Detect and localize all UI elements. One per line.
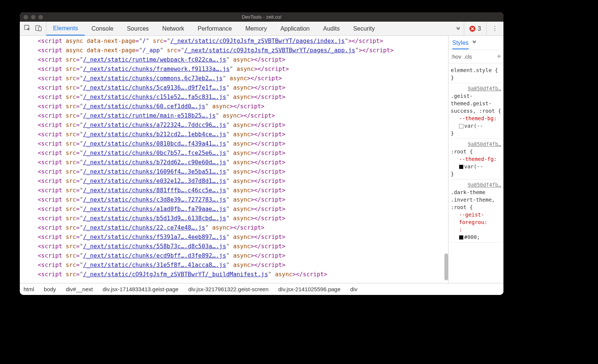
dom-node[interactable]: <script src="/_next/static/chunks/31e5f8… bbox=[20, 261, 448, 270]
new-style-rule-icon[interactable]: + bbox=[497, 52, 501, 61]
dom-node[interactable]: <script src="/_next/static/chunks/b212cd… bbox=[20, 130, 448, 139]
rule-source-link[interactable]: 9a850df4fb… bbox=[451, 140, 501, 148]
class-toggle[interactable]: .cls bbox=[463, 53, 472, 60]
styles-rules[interactable]: element.style {}9a850df4fb….geist-themed… bbox=[449, 63, 503, 283]
dom-node[interactable]: <script src="/_next/static/chunks/a72232… bbox=[20, 121, 448, 130]
dom-node[interactable]: <script src="/_next/static/chunks/881fff… bbox=[20, 186, 448, 195]
style-rule[interactable]: 9a850df4fb….geist-themed.geist-success, … bbox=[451, 83, 501, 139]
tab-security[interactable]: Security bbox=[346, 22, 382, 35]
tab-performance[interactable]: Performance bbox=[191, 22, 239, 35]
dom-node[interactable]: <script src="/_next/static/chunks/5ca913… bbox=[20, 83, 448, 93]
elements-tree[interactable]: <script async data-next-page="/" src="/_… bbox=[20, 36, 448, 283]
panel-body: <script async data-next-page="/" src="/_… bbox=[20, 36, 503, 283]
rule-source-link[interactable]: 9a850df4fb… bbox=[451, 181, 501, 189]
dom-node[interactable]: <script src="/_next/static/chunks/16096f… bbox=[20, 167, 448, 177]
scrollbar-thumb[interactable] bbox=[444, 253, 448, 280]
breadcrumb-item[interactable]: body bbox=[44, 286, 56, 292]
style-rule[interactable]: 9a850df4fb…:root {--themed-fg:var(--} bbox=[451, 139, 501, 180]
zoom-window-icon[interactable] bbox=[38, 15, 43, 19]
tab-audits[interactable]: Audits bbox=[316, 22, 346, 35]
minimize-window-icon[interactable] bbox=[31, 15, 36, 19]
style-rule[interactable]: 9a850df4fb….dark-theme .invert-theme, :r… bbox=[451, 180, 501, 243]
tab-elements[interactable]: Elements bbox=[46, 22, 85, 35]
dom-node[interactable]: <script async data-next-page="/" src="/_… bbox=[20, 37, 448, 46]
devtools-window: DevTools - zeit.co/ ElementsConsoleSourc… bbox=[20, 12, 503, 295]
breadcrumb-item[interactable]: div#__next bbox=[66, 286, 93, 292]
tab-network[interactable]: Network bbox=[155, 22, 191, 35]
dom-node[interactable]: <script src="/_next/static/chunks/0bc7b5… bbox=[20, 149, 448, 158]
dom-node[interactable]: <script src="/_next/static/chunks/b72dd6… bbox=[20, 158, 448, 167]
breadcrumb-item[interactable]: div.jsx-2141025596.page bbox=[278, 286, 341, 292]
tab-memory[interactable]: Memory bbox=[238, 22, 274, 35]
dom-node[interactable]: <script src="/_next/static/chunks/common… bbox=[20, 74, 448, 83]
breadcrumb-item[interactable]: div bbox=[350, 286, 357, 292]
dom-node[interactable]: <script src="/_next/static/chunks/b5d13d… bbox=[20, 214, 448, 223]
device-toolbar-icon[interactable] bbox=[35, 24, 42, 33]
dom-node[interactable]: <script src="/_next/static/cO9JtgJsfm_zS… bbox=[20, 270, 448, 279]
dom-node[interactable]: <script src="/_next/static/chunks/0810bc… bbox=[20, 139, 448, 149]
dom-node[interactable]: <script src="/_next/static/chunks/f5391a… bbox=[20, 233, 448, 242]
styles-sidebar: Styles :hov .cls + element.style {}9a850… bbox=[448, 36, 503, 283]
overflow-tabs-icon[interactable] bbox=[453, 22, 464, 35]
error-counter[interactable]: 3 bbox=[464, 22, 486, 35]
breadcrumb-item[interactable]: div.jsx-3217961322.geist-screen bbox=[188, 286, 269, 292]
inspect-element-icon[interactable] bbox=[24, 24, 31, 33]
dom-node[interactable]: <script src="/_next/static/chunks/ecd9bf… bbox=[20, 251, 448, 261]
dom-node[interactable]: <script src="/_next/static/runtime/main-… bbox=[20, 111, 448, 121]
tab-sources[interactable]: Sources bbox=[120, 22, 155, 35]
dom-node[interactable]: <script src="/_next/static/chunks/framew… bbox=[20, 65, 448, 74]
rule-source-link[interactable]: 9a850df4fb… bbox=[451, 85, 501, 92]
dom-node[interactable]: <script src="/_next/static/chunks/558b73… bbox=[20, 242, 448, 251]
tab-console[interactable]: Console bbox=[85, 22, 120, 35]
styles-overflow-icon[interactable] bbox=[472, 40, 477, 46]
dom-node[interactable]: <script src="/_next/static/chunks/22.ce7… bbox=[20, 223, 448, 233]
dom-node[interactable]: <script src="/_next/static/chunks/e032e1… bbox=[20, 177, 448, 186]
style-rule[interactable]: element.style {} bbox=[451, 65, 501, 83]
dom-node[interactable]: <script src="/_next/static/chunks/c3d8e3… bbox=[20, 195, 448, 205]
dom-node[interactable]: <script src="/_next/static/chunks/c151e5… bbox=[20, 93, 448, 102]
dom-breadcrumb[interactable]: htmlbodydiv#__nextdiv.jsx-1714833413.gei… bbox=[20, 283, 503, 295]
styles-tab[interactable]: Styles bbox=[452, 40, 469, 49]
window-title: DevTools - zeit.co/ bbox=[20, 14, 503, 20]
breadcrumb-item[interactable]: html bbox=[24, 286, 34, 292]
dom-node[interactable]: <script async data-next-page="/_app" src… bbox=[20, 46, 448, 55]
error-icon bbox=[469, 26, 475, 32]
breadcrumb-item[interactable]: div.jsx-1714833413.geist-page bbox=[102, 286, 178, 292]
svg-rect-2 bbox=[38, 27, 41, 31]
close-window-icon[interactable] bbox=[24, 15, 28, 19]
main-toolbar: ElementsConsoleSourcesNetworkPerformance… bbox=[20, 22, 503, 36]
titlebar: DevTools - zeit.co/ bbox=[20, 12, 503, 22]
hover-toggle[interactable]: :hov bbox=[451, 53, 461, 60]
dom-node[interactable]: <script src="/_next/static/chunks/a1ad0f… bbox=[20, 205, 448, 214]
error-count: 3 bbox=[478, 25, 481, 32]
panel-tabs: ElementsConsoleSourcesNetworkPerformance… bbox=[46, 22, 453, 35]
kebab-menu-icon[interactable]: ⋮ bbox=[486, 22, 503, 35]
dom-node[interactable]: <script src="/_next/static/runtime/webpa… bbox=[20, 55, 448, 65]
dom-node[interactable]: <script src="/_next/static/chunks/60.cef… bbox=[20, 102, 448, 111]
traffic-lights bbox=[24, 15, 43, 19]
tab-application[interactable]: Application bbox=[274, 22, 316, 35]
